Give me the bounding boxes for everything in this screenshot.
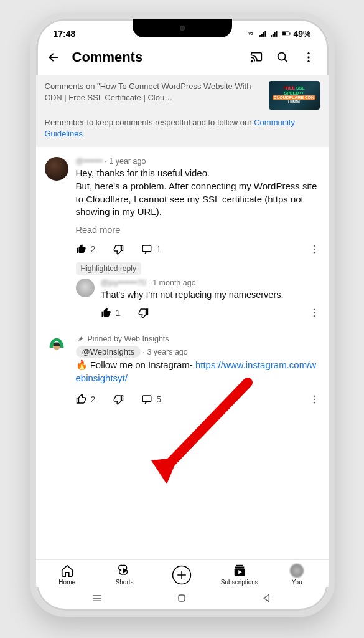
reply-author[interactable]: @joy•••••••70 (101, 279, 146, 287)
replies-button[interactable]: 1 (141, 244, 161, 255)
reply-actions: 1 (101, 307, 320, 318)
guidelines-prefix: Remember to keep comments respectful and… (45, 118, 254, 127)
svg-rect-9 (276, 31, 278, 37)
svg-point-22 (313, 252, 314, 253)
svg-rect-7 (273, 34, 274, 37)
nav-label: Home (58, 579, 75, 586)
like-count: 2 (91, 244, 96, 254)
svg-point-16 (307, 56, 309, 58)
svg-point-15 (307, 52, 309, 54)
subscriptions-icon (233, 564, 246, 578)
context-banner: Comments on "How To Connect WordPress We… (36, 75, 329, 147)
highlighted-reply-badge: Highlighted reply (76, 262, 141, 275)
svg-point-17 (307, 60, 309, 62)
battery-icon (282, 29, 291, 38)
svg-rect-4 (263, 32, 264, 37)
comment-author[interactable]: @••••••• (76, 157, 103, 166)
comment-item: Pinned by Web Insights @WebInsights · 3 … (36, 321, 329, 408)
svg-rect-8 (274, 32, 276, 37)
shorts-icon (118, 564, 131, 578)
like-count: 1 (116, 308, 121, 318)
reply-age: 1 month ago (152, 279, 196, 287)
svg-point-21 (313, 249, 314, 250)
like-button[interactable]: 2 (76, 394, 96, 405)
signal-bars-icon (259, 29, 268, 38)
home-icon (60, 564, 74, 578)
sysnav-home[interactable] (163, 592, 200, 604)
pinned-row: Pinned by Web Insights (76, 335, 320, 343)
phone-frame: 17:48 Vo 49% Comments Comments on "How T… (30, 12, 335, 617)
svg-point-25 (313, 315, 314, 317)
more-button[interactable] (297, 46, 320, 69)
author-chip[interactable]: @WebInsights (76, 346, 141, 358)
comment-actions: 2 5 (76, 394, 320, 405)
svg-rect-11 (283, 32, 286, 35)
svg-point-29 (313, 395, 314, 396)
reply-block: Highlighted reply @joy•••••••70 · 1 mont… (76, 259, 329, 321)
nav-label: You (292, 579, 302, 586)
cast-button[interactable] (245, 46, 268, 69)
replies-button[interactable]: 5 (141, 394, 161, 405)
search-button[interactable] (271, 46, 294, 69)
comment-text: Hey, thanks for this useful video. But, … (76, 167, 320, 219)
sysnav-recent[interactable] (78, 592, 116, 604)
reply-text: That's why I'm not replacing my nameserv… (101, 288, 320, 301)
nav-label: Shorts (116, 579, 134, 586)
read-more-button[interactable]: Read more (76, 225, 320, 235)
status-time: 17:48 (54, 29, 76, 39)
like-button[interactable]: 1 (101, 307, 121, 318)
plus-circle-icon (171, 564, 192, 586)
dislike-button[interactable] (138, 307, 149, 318)
comment-more-button[interactable] (309, 244, 320, 255)
svg-point-24 (313, 312, 314, 313)
signal-bars2-icon (271, 29, 279, 38)
video-thumbnail[interactable]: FREE SSL SPEED++ CLOUDFLARE CDN HINDI (269, 81, 320, 110)
svg-rect-5 (265, 31, 266, 37)
comment-text: 🔥 Follow me on Instagram- https://www.in… (76, 359, 320, 384)
avatar[interactable] (76, 279, 95, 297)
signal-extra-icon: Vo (248, 29, 257, 38)
comment-more-button[interactable] (309, 394, 320, 405)
comment-text-prefix: 🔥 Follow me on Instagram- (76, 359, 195, 370)
like-button[interactable]: 2 (76, 244, 96, 255)
reply-more-button[interactable] (309, 307, 320, 318)
svg-rect-3 (261, 34, 263, 37)
reply-meta: @joy•••••••70 · 1 month ago (101, 279, 320, 287)
dislike-button[interactable] (113, 394, 124, 405)
system-nav (36, 587, 329, 611)
comments-scroll[interactable]: @••••••• · 1 year ago Hey, thanks for th… (36, 147, 329, 559)
comment-actions: 2 1 (76, 244, 320, 255)
comment-meta: @WebInsights · 3 years ago (76, 346, 320, 358)
nav-subscriptions[interactable]: Subscriptions (211, 564, 268, 586)
sysnav-back[interactable] (248, 592, 286, 604)
svg-text:Vo: Vo (248, 31, 253, 36)
svg-rect-28 (143, 396, 152, 402)
reply-count: 1 (156, 244, 161, 254)
back-button[interactable] (42, 46, 65, 69)
nav-shorts[interactable]: Shorts (96, 564, 153, 586)
you-avatar-icon (290, 564, 304, 578)
svg-rect-19 (143, 245, 152, 252)
page-title: Comments (72, 49, 241, 65)
pinned-by-label: Pinned by Web Insights (88, 335, 169, 343)
like-count: 2 (91, 394, 96, 404)
avatar[interactable] (45, 335, 68, 358)
dislike-button[interactable] (113, 244, 124, 255)
bottom-nav: Home Shorts Subscriptions You (36, 559, 329, 587)
reply-item: @joy•••••••70 · 1 month ago That's why I… (76, 279, 320, 318)
avatar[interactable] (45, 157, 68, 181)
nav-home[interactable]: Home (39, 564, 96, 586)
svg-point-23 (313, 309, 314, 310)
nav-create[interactable] (153, 564, 210, 586)
svg-point-20 (313, 245, 314, 247)
banner-context-text: Comments on "How To Connect WordPress We… (45, 81, 263, 110)
nav-you[interactable]: You (268, 564, 325, 586)
svg-point-30 (313, 398, 314, 399)
comment-age: 3 years ago (147, 348, 187, 356)
phone-notch (133, 19, 232, 37)
comment-age: 1 year ago (109, 157, 146, 166)
svg-rect-12 (290, 32, 291, 34)
comment-item: @••••••• · 1 year ago Hey, thanks for th… (36, 147, 329, 259)
nav-label: Subscriptions (221, 579, 258, 586)
svg-rect-34 (179, 595, 185, 601)
